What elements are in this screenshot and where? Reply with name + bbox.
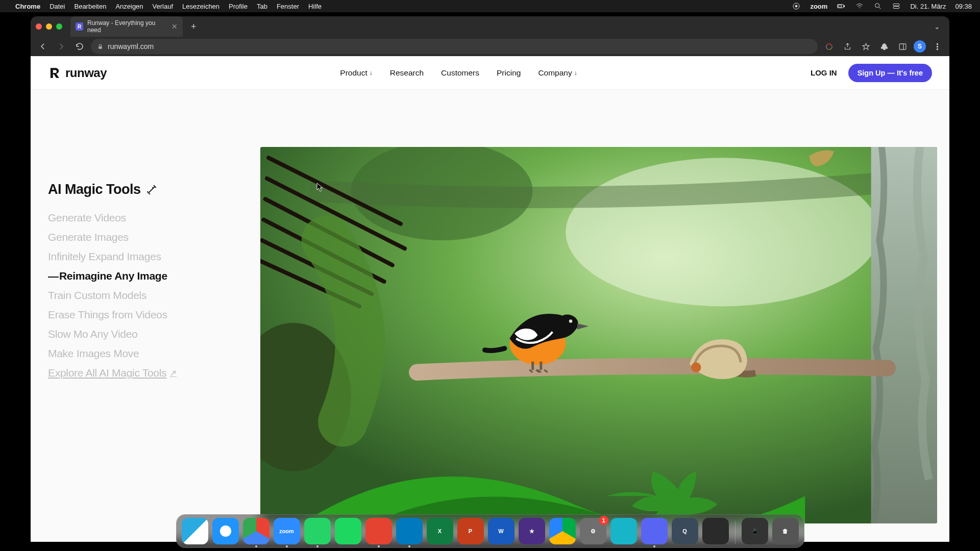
address-bar[interactable]: runwayml.com [91,39,818,54]
close-tab[interactable]: ✕ [172,22,178,31]
sidepanel-icon[interactable] [895,39,910,54]
tab-favicon: R [76,22,83,31]
menubar-date[interactable]: Di. 21. März [910,3,946,10]
svg-point-23 [557,315,578,333]
running-indicator [286,545,288,547]
running-indicator [316,545,318,547]
svg-point-15 [937,48,938,49]
menu-help[interactable]: Hilfe [308,3,322,10]
nav-customers[interactable]: Customers [441,68,479,78]
lock-icon [97,43,104,50]
extensions-icon[interactable] [877,39,891,54]
battery-icon[interactable] [837,2,846,11]
tool-reimagine-image[interactable]: Reimagine Any Image [48,270,242,282]
login-button[interactable]: LOG IN [811,68,837,77]
dock-app-powerpoint[interactable]: P [457,518,484,544]
nav-company[interactable]: Company↓ [538,68,577,78]
tool-explore-all[interactable]: Explore All AI Magic Tools ↗ [48,367,242,379]
nav-research[interactable]: Research [390,68,424,78]
dock-app-trash[interactable]: 🗑 [772,518,799,544]
close-window[interactable] [36,23,42,30]
chrome-window: R Runway - Everything you need ✕ + ⌄ run… [31,16,949,542]
zoom-menulet[interactable]: zoom [810,3,827,10]
profile-avatar[interactable]: S [914,40,926,53]
svg-point-14 [937,46,938,47]
new-tab-button[interactable]: + [188,21,200,32]
nav-pricing[interactable]: Pricing [497,68,521,78]
logo-mark-icon [48,66,61,80]
dock-app-app-teal[interactable] [610,518,637,544]
menu-profile[interactable]: Profile [229,3,248,10]
menu-file[interactable]: Datei [50,3,65,10]
magic-wand-icon [146,184,157,195]
chevron-down-icon: ↓ [574,69,577,77]
menu-history[interactable]: Verlauf [153,3,173,10]
tool-list: Generate Videos Generate Images Infinite… [48,212,242,379]
dock-app-zoom[interactable]: zoom [274,518,300,544]
back-button[interactable] [36,39,50,54]
site-header: runway Product↓ Research Customers Prici… [31,56,949,90]
dock-app-settings[interactable]: ⚙1 [580,518,606,544]
demo-image [260,147,937,523]
dock-app-safari[interactable] [212,518,239,544]
signup-button[interactable]: Sign Up — It's free [848,64,932,82]
auth-actions: LOG IN Sign Up — It's free [811,64,932,82]
spotlight-icon[interactable] [873,2,883,11]
forward-button[interactable] [54,39,68,54]
app-name[interactable]: Chrome [15,3,40,10]
reload-button[interactable] [72,39,87,54]
tabs-dropdown[interactable]: ⌄ [930,22,944,31]
tool-erase-from-videos[interactable]: Erase Things from Videos [48,309,242,321]
menu-tab[interactable]: Tab [257,3,267,10]
fullscreen-window[interactable] [56,23,62,30]
tool-generate-images[interactable]: Generate Images [48,231,242,243]
tool-images-move[interactable]: Make Images Move [48,347,242,360]
main-content: Try Infinite Image ↗ AI Magic Tools Gene… [31,90,949,542]
dock-app-whatsapp[interactable] [304,518,331,544]
minimize-window[interactable] [46,23,52,30]
running-indicator [408,545,410,547]
tool-slowmo[interactable]: Slow Mo Any Video [48,328,242,340]
svg-point-24 [569,319,572,322]
url-text: runwayml.com [108,42,154,51]
dock-app-drive[interactable] [549,518,576,544]
macos-menubar: Chrome Datei Bearbeiten Anzeigen Verlauf… [0,0,980,12]
bookmark-icon[interactable] [859,39,873,54]
dock-app-word[interactable]: W [488,518,514,544]
dock-app-chrome[interactable] [243,518,270,544]
svg-rect-12 [899,43,906,49]
menu-edit[interactable]: Bearbeiten [74,3,106,10]
dock-app-discord[interactable] [641,518,668,544]
tool-expand-images[interactable]: Infinitely Expand Images [48,251,242,263]
menubar-time[interactable]: 09:38 [955,3,972,10]
share-icon[interactable] [840,39,854,54]
dock-app-imovie[interactable]: ★ [519,518,545,544]
dock-app-spotify[interactable] [335,518,361,544]
page-viewport: runway Product↓ Research Customers Prici… [31,56,949,542]
dock-app-trello[interactable] [396,518,423,544]
tools-sidebar: AI Magic Tools Generate Videos Generate … [48,182,242,379]
arrow-up-right-icon: ↗ [169,368,177,379]
dock-app-app-dark[interactable] [702,518,729,544]
tool-train-models[interactable]: Train Custom Models [48,289,242,302]
menu-bookmarks[interactable]: Lesezeichen [182,3,219,10]
record-icon[interactable] [792,2,801,11]
dock-app-quicktime[interactable]: Q [672,518,698,544]
kebab-menu[interactable] [930,39,944,54]
menu-view[interactable]: Anzeigen [115,3,143,10]
logo-text: runway [65,66,107,80]
running-indicator [378,545,380,547]
dock-app-excel[interactable]: X [427,518,453,544]
menu-window[interactable]: Fenster [277,3,299,10]
nav-product[interactable]: Product↓ [340,68,372,78]
wifi-icon[interactable] [855,2,864,11]
control-center-icon[interactable] [892,2,901,11]
dock-app-calculator[interactable]: 📱 [742,518,768,544]
browser-tab[interactable]: R Runway - Everything you need ✕ [70,16,183,37]
dock-app-todoist[interactable] [365,518,392,544]
gsuite-icon[interactable] [822,39,836,54]
window-controls [36,23,62,30]
brand-logo[interactable]: runway [48,66,107,80]
dock-app-finder[interactable] [182,518,208,544]
tool-generate-videos[interactable]: Generate Videos [48,212,242,224]
